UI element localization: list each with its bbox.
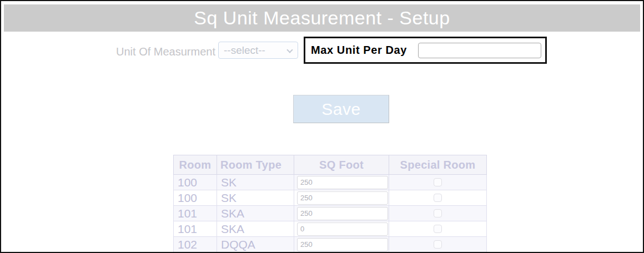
chevron-down-icon — [286, 47, 293, 53]
sq-foot-input[interactable] — [297, 176, 388, 189]
room-type-cell: SK — [217, 190, 294, 206]
room-table: Room Room Type SQ Foot Special Room 100 … — [173, 155, 487, 252]
sq-foot-input[interactable] — [297, 238, 388, 251]
sq-foot-input[interactable] — [297, 207, 388, 220]
unit-of-measurement-select[interactable]: --select-- — [218, 42, 298, 59]
select-value: --select-- — [224, 44, 265, 56]
sq-foot-cell — [294, 221, 389, 237]
table-row: 100 SK — [174, 175, 487, 190]
room-type-cell: SK — [217, 175, 294, 190]
special-room-checkbox[interactable] — [434, 240, 442, 249]
special-room-cell — [389, 175, 487, 190]
special-room-cell — [389, 221, 487, 237]
table-header-row: Room Room Type SQ Foot Special Room — [174, 155, 487, 175]
header-sq-foot: SQ Foot — [294, 155, 389, 175]
room-type-cell: DQQA — [217, 237, 294, 252]
special-room-checkbox[interactable] — [434, 209, 442, 217]
sq-foot-cell — [294, 206, 389, 221]
max-unit-per-day-label: Max Unit Per Day — [311, 44, 407, 57]
page-title: Sq Unit Measurement - Setup — [194, 7, 450, 29]
header-room-type: Room Type — [217, 155, 294, 175]
max-unit-highlight-box: Max Unit Per Day — [304, 37, 547, 64]
special-room-cell — [389, 237, 487, 252]
app-window: Sq Unit Measurement - Setup Unit Of Meas… — [0, 0, 644, 253]
save-button[interactable]: Save — [293, 95, 389, 123]
room-cell: 101 — [174, 206, 217, 221]
special-room-checkbox[interactable] — [434, 225, 442, 233]
sq-foot-input[interactable] — [297, 222, 388, 236]
special-room-cell — [389, 206, 487, 221]
max-unit-per-day-input[interactable] — [418, 43, 541, 58]
table-row: 100 SK — [174, 190, 487, 206]
header-room: Room — [174, 155, 217, 175]
special-room-cell — [389, 190, 487, 206]
sq-foot-input[interactable] — [297, 191, 388, 205]
page-header: Sq Unit Measurement - Setup — [4, 4, 640, 32]
sq-foot-cell — [294, 237, 389, 252]
table-row: 102 DQQA — [174, 237, 487, 252]
unit-of-measurement-label: Unit Of Measurment — [107, 45, 215, 58]
sq-foot-cell — [294, 190, 389, 206]
room-cell: 100 — [174, 190, 217, 206]
sq-foot-cell — [294, 175, 389, 190]
room-table-container: Room Room Type SQ Foot Special Room 100 … — [173, 155, 487, 252]
header-special-room: Special Room — [389, 155, 487, 175]
table-row: 101 SKA — [174, 206, 487, 221]
room-type-cell: SKA — [217, 221, 294, 237]
special-room-checkbox[interactable] — [434, 194, 442, 202]
table-row: 101 SKA — [174, 221, 487, 237]
room-type-cell: SKA — [217, 206, 294, 221]
room-cell: 100 — [174, 175, 217, 190]
room-cell: 101 — [174, 221, 217, 237]
special-room-checkbox[interactable] — [434, 178, 442, 186]
room-cell: 102 — [174, 237, 217, 252]
